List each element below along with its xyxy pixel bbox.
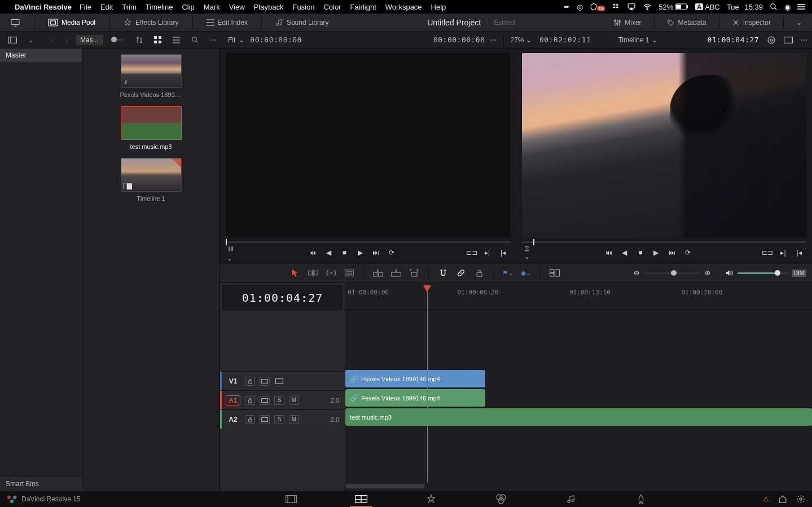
menu-color[interactable]: Color bbox=[323, 3, 341, 11]
menu-playback[interactable]: Playback bbox=[254, 3, 284, 11]
color-page-icon[interactable] bbox=[484, 491, 518, 507]
mute-button[interactable]: M bbox=[289, 415, 299, 424]
source-more-icon[interactable]: ⋯ bbox=[490, 36, 497, 44]
media-clip[interactable]: test music.mp3 bbox=[120, 106, 182, 150]
zoom-out-icon[interactable]: ⊖ bbox=[631, 268, 642, 278]
stop-icon[interactable]: ■ bbox=[339, 248, 349, 258]
home-icon[interactable] bbox=[778, 495, 787, 503]
dropbox-icon[interactable] bbox=[612, 3, 620, 11]
deliver-page-icon[interactable] bbox=[624, 491, 658, 507]
jump-end-icon[interactable]: ⏭ bbox=[667, 248, 677, 258]
list-view-icon[interactable] bbox=[169, 34, 183, 46]
timeline-big-timecode[interactable]: 01:00:04:27 bbox=[222, 285, 343, 310]
flag-icon[interactable]: ⚑ ⌄ bbox=[503, 268, 513, 278]
fusion-page-icon[interactable] bbox=[414, 491, 448, 507]
warning-icon[interactable]: ⚠ bbox=[763, 495, 769, 503]
track-v1[interactable]: 🔗 Pexels Videos 1899146.mp4 bbox=[345, 369, 812, 388]
battery-indicator[interactable]: 52% bbox=[659, 3, 688, 11]
bypass-color-icon[interactable] bbox=[767, 36, 776, 45]
clock[interactable]: Tue 15:39 bbox=[727, 3, 763, 11]
dim-toggle[interactable]: DIM bbox=[792, 270, 806, 277]
menu-clip[interactable]: Clip bbox=[182, 3, 194, 11]
media-page-icon[interactable] bbox=[274, 491, 308, 507]
match-frame-icon[interactable]: ⊏⊐ bbox=[467, 248, 477, 258]
zoom-in-icon[interactable]: ⊕ bbox=[703, 268, 713, 278]
snap-toggle-icon[interactable] bbox=[438, 268, 448, 278]
siri-icon[interactable]: ◉ bbox=[784, 3, 791, 11]
source-canvas[interactable] bbox=[226, 53, 511, 238]
media-pool-toggle[interactable]: Media Pool bbox=[45, 16, 99, 29]
menu-view[interactable]: View bbox=[229, 3, 245, 11]
sound-library-toggle[interactable]: Sound Library bbox=[272, 16, 332, 29]
chevron-down-icon[interactable]: ⌄ bbox=[793, 16, 805, 29]
airplay-icon[interactable] bbox=[627, 3, 636, 11]
effects-library-toggle[interactable]: Effects Library bbox=[120, 16, 182, 29]
chevron-down-small-icon[interactable]: ⌄ bbox=[25, 34, 37, 46]
source-scrub-track[interactable] bbox=[226, 241, 511, 243]
play-reverse-icon[interactable]: ◀ bbox=[323, 248, 333, 258]
jump-start-icon[interactable]: ⏮ bbox=[308, 248, 318, 258]
metadata-toggle[interactable]: Metadata bbox=[664, 16, 710, 29]
sort-icon[interactable] bbox=[133, 34, 146, 46]
lock-icon[interactable] bbox=[245, 415, 255, 424]
jump-end-icon[interactable]: ⏭ bbox=[371, 248, 381, 258]
edit-index-toggle[interactable]: Edit Index bbox=[203, 16, 251, 29]
search-icon[interactable] bbox=[188, 34, 202, 46]
auto-select-icon[interactable] bbox=[260, 415, 270, 424]
grid-view-icon[interactable] bbox=[151, 34, 165, 46]
timeline-h-scrollbar[interactable] bbox=[345, 483, 812, 489]
stop-icon[interactable]: ■ bbox=[635, 248, 646, 258]
menu-timeline[interactable]: Timeline bbox=[146, 3, 173, 11]
timeline-view-options-icon[interactable] bbox=[550, 268, 560, 278]
in-point-icon[interactable]: ▸| bbox=[482, 248, 493, 258]
control-center-icon[interactable] bbox=[797, 3, 805, 10]
keyboard-layout[interactable]: AABC bbox=[695, 3, 720, 11]
jump-start-icon[interactable]: ⏮ bbox=[604, 248, 614, 258]
loop-icon[interactable]: ⟳ bbox=[387, 248, 397, 258]
program-more-icon[interactable]: ⋯ bbox=[801, 36, 807, 44]
out-point-icon[interactable]: |◂ bbox=[498, 248, 508, 258]
more-icon[interactable]: ⋯ bbox=[207, 34, 220, 46]
menu-workspace[interactable]: Workspace bbox=[385, 3, 422, 11]
program-canvas[interactable] bbox=[522, 53, 807, 238]
transform-icon[interactable]: ⊡ ⌄ bbox=[524, 248, 534, 258]
track-head-a2[interactable]: A2 S M 2.0 bbox=[220, 409, 345, 429]
auto-select-icon[interactable] bbox=[260, 396, 270, 405]
thumb-size-slider[interactable] bbox=[111, 37, 117, 42]
dynamic-trim-icon[interactable] bbox=[326, 268, 336, 278]
play-reverse-icon[interactable]: ◀ bbox=[620, 248, 630, 258]
overwrite-clip-icon[interactable] bbox=[391, 268, 401, 278]
nav-back-icon[interactable]: ‹ bbox=[49, 34, 58, 46]
resolve-logo-icon[interactable] bbox=[7, 495, 17, 503]
play-icon[interactable]: ▶ bbox=[651, 248, 661, 258]
auto-select-icon[interactable] bbox=[260, 377, 270, 386]
timeline-selector[interactable]: Timeline 1 ⌄ bbox=[618, 36, 657, 44]
menu-trim[interactable]: Trim bbox=[122, 3, 137, 11]
audio-waveform-icon[interactable]: ⦀⦀ ⌄ bbox=[228, 248, 238, 258]
trim-tool-icon[interactable] bbox=[308, 268, 318, 278]
match-frame-icon[interactable]: ⊏⊐ bbox=[762, 248, 773, 258]
out-point-icon[interactable]: |◂ bbox=[794, 248, 804, 258]
bin-breadcrumb[interactable]: Mas... bbox=[76, 35, 103, 45]
media-clip[interactable]: ♪ Pexels Videos 18991... bbox=[120, 54, 182, 98]
volume-slider[interactable] bbox=[738, 272, 788, 274]
timeline-ruler[interactable]: 01:00:00:00 01:00:06:20 01:00:13:10 01:0… bbox=[345, 285, 812, 310]
shield-icon[interactable]: 16 bbox=[590, 2, 605, 11]
menu-help[interactable]: Help bbox=[431, 3, 446, 11]
menu-mark[interactable]: Mark bbox=[204, 3, 220, 11]
single-viewer-icon[interactable] bbox=[784, 37, 793, 43]
media-clip[interactable]: Timeline 1 bbox=[120, 158, 182, 202]
monitor-track-icon[interactable] bbox=[274, 377, 284, 386]
menu-fusion[interactable]: Fusion bbox=[292, 3, 314, 11]
link-toggle-icon[interactable] bbox=[456, 268, 466, 278]
track-head-v1[interactable]: V1 bbox=[220, 371, 345, 390]
track-head-a1[interactable]: A1 S M 2.0 bbox=[220, 390, 345, 409]
play-icon[interactable]: ▶ bbox=[355, 248, 365, 258]
zoom-dropdown[interactable]: 27% ⌄ bbox=[511, 36, 532, 44]
sidebar-toggle-icon[interactable] bbox=[5, 34, 20, 46]
edit-page-icon[interactable] bbox=[344, 491, 378, 507]
mixer-toggle[interactable]: Mixer bbox=[610, 16, 644, 29]
program-scrub-track[interactable] bbox=[522, 241, 807, 243]
track-a2[interactable]: test music.mp3 bbox=[345, 407, 812, 426]
spotlight-icon[interactable] bbox=[770, 3, 778, 11]
